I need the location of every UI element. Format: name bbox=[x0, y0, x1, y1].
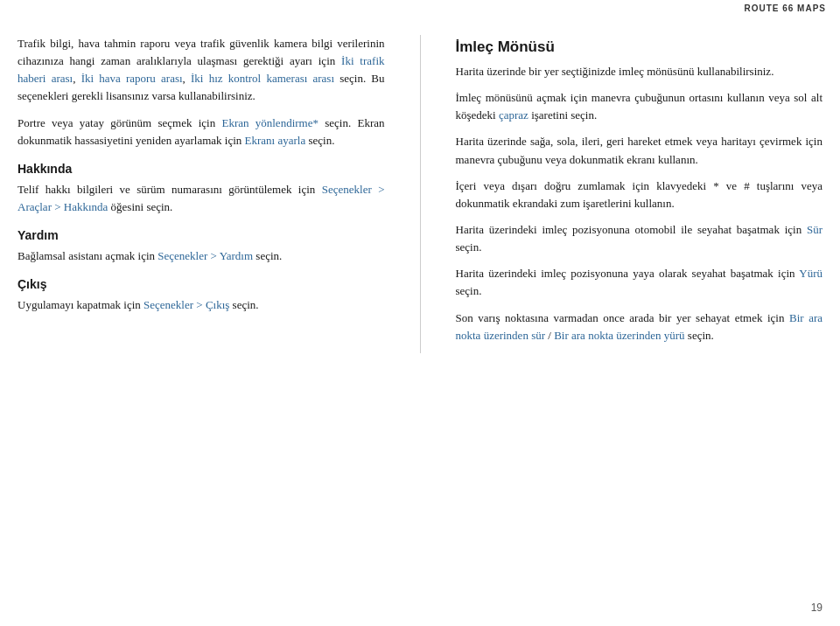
imlec-para7: Son varış noktasına varmadan once arada … bbox=[456, 310, 823, 344]
brand-header: ROUTE 66 MAPS bbox=[730, 0, 840, 17]
link-hava-raporu[interactable]: İki hava raporu arası bbox=[81, 72, 183, 85]
yardim-title: Yardım bbox=[18, 228, 385, 242]
link-ekran-yonlendirme[interactable]: Ekran yönlendirme* bbox=[221, 116, 318, 129]
imlec-title: İmleç Mönüsü bbox=[456, 38, 823, 56]
intro-paragraph: Trafik bilgi, hava tahmin raporu veya tr… bbox=[18, 35, 385, 106]
imlec-para5: Harita üzerindeki imleç pozisyonuna otom… bbox=[456, 221, 823, 256]
imlec-para1: Harita üzerinde bir yer seçtiğinizde iml… bbox=[456, 63, 823, 80]
page-content: Trafik bilgi, hava tahmin raporu veya tr… bbox=[0, 9, 840, 379]
portrait-paragraph: Portre veya yatay görünüm seçmek için Ek… bbox=[18, 115, 385, 150]
intro-section: Trafik bilgi, hava tahmin raporu veya tr… bbox=[18, 35, 385, 106]
left-column: Trafik bilgi, hava tahmin raporu veya tr… bbox=[18, 35, 394, 353]
link-ekrani-ayarla[interactable]: Ekranı ayarla bbox=[245, 134, 306, 147]
link-capraz[interactable]: çapraz bbox=[499, 108, 528, 122]
column-divider bbox=[420, 35, 421, 353]
imlec-para3: Harita üzerinde sağa, sola, ileri, geri … bbox=[456, 133, 823, 168]
right-column: İmleç Mönüsü Harita üzerinde bir yer seç… bbox=[447, 35, 823, 353]
yardim-paragraph: Bağlamsal asistanı açmak için Seçenekler… bbox=[18, 247, 385, 265]
cikis-title: Çıkış bbox=[18, 277, 385, 291]
yardim-section: Yardım Bağlamsal asistanı açmak için Seç… bbox=[18, 228, 385, 265]
hakkinda-paragraph: Telif hakkı bilgileri ve sürüm numarasın… bbox=[18, 181, 385, 216]
cikis-paragraph: Uygulamayı kapatmak için Seçenekler > Çı… bbox=[18, 296, 385, 314]
portrait-section: Portre veya yatay görünüm seçmek için Ek… bbox=[18, 115, 385, 150]
link-yardim[interactable]: Seçenekler > Yardım bbox=[158, 249, 253, 262]
cikis-section: Çıkış Uygulamayı kapatmak için Seçenekle… bbox=[18, 277, 385, 314]
link-sur[interactable]: Sür bbox=[807, 223, 822, 236]
hakkinda-title: Hakkında bbox=[18, 162, 385, 176]
link-cikis[interactable]: Seçenekler > Çıkış bbox=[144, 298, 229, 311]
imlec-para2: İmleç mönüsünü açmak için manevra çubuğu… bbox=[456, 89, 823, 124]
link-yuru[interactable]: Yürü bbox=[799, 267, 822, 280]
page-number: 19 bbox=[811, 602, 822, 614]
link-ara-nokta-yuru[interactable]: Bir ara nokta üzerinden yürü bbox=[554, 329, 684, 342]
hakkinda-section: Hakkında Telif hakkı bilgileri ve sürüm … bbox=[18, 162, 385, 216]
imlec-para4: İçeri veya dışarı doğru zumlamak için kl… bbox=[456, 177, 823, 212]
link-hiz-kontrol[interactable]: İki hız kontrol kamerası arası bbox=[191, 72, 334, 85]
imlec-para6: Harita üzerindeki imleç pozisyonuna yaya… bbox=[456, 265, 823, 300]
